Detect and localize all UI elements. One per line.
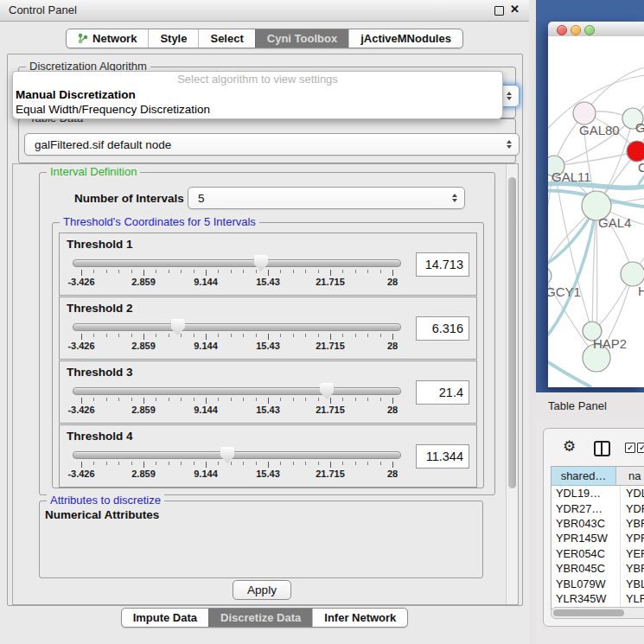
tick-label: 28 xyxy=(387,277,398,287)
threshold-2-label: Threshold 2 xyxy=(67,302,133,315)
tick-label: 15.43 xyxy=(256,341,280,351)
minimize-traffic-icon[interactable] xyxy=(571,25,581,35)
dropdown-option-equal-width[interactable]: Equal Width/Frequency Discretization xyxy=(13,102,502,117)
table-row[interactable]: YPR145WYPR1 xyxy=(552,531,644,545)
table-header-row: shared… na xyxy=(552,467,644,486)
gear-icon[interactable]: ⚙ xyxy=(563,439,576,454)
table-data-combobox[interactable]: galFiltered.sif default node xyxy=(24,133,520,156)
node-label-gcy1: GCY1 xyxy=(548,284,581,299)
checkbox-icon[interactable]: ✓ xyxy=(637,443,644,453)
cell[interactable]: YER054C xyxy=(552,546,621,561)
table-row[interactable]: YER054CYER0 xyxy=(552,546,644,561)
combo-stepper-icon xyxy=(507,92,512,100)
slider-ticks xyxy=(81,446,392,481)
table-row[interactable]: YDR27…YDR2 xyxy=(552,501,644,515)
threshold-4-value-field[interactable] xyxy=(416,444,469,469)
threshold-1-value-field[interactable] xyxy=(416,252,469,277)
tick-label: 28 xyxy=(387,405,398,415)
table-row[interactable]: YLR345WYLR3 xyxy=(552,591,644,606)
node-gcy1[interactable] xyxy=(548,267,552,284)
cell[interactable]: YLR3 xyxy=(621,591,644,606)
threshold-2-panel: Threshold 2 -3.426 2.859 9.144 15.43 21.… xyxy=(59,296,477,360)
tick-label: 28 xyxy=(387,469,398,479)
apply-button[interactable]: Apply xyxy=(233,580,291,600)
tab-cyni-toolbox[interactable]: Cyni Toolbox xyxy=(255,29,348,48)
tab-impute-data[interactable]: Impute Data xyxy=(122,609,208,627)
cell[interactable]: YBR0 xyxy=(621,516,644,531)
table-panel-container: ⚙ ✓ ✓ shared… na YDL19…YDL1 YDR27…YDR2 Y… xyxy=(543,428,644,627)
cell[interactable]: YBL079W xyxy=(552,576,621,590)
network-view-window[interactable]: GAL80 GA C GAL11 GAL4 GCY1 H HAP2 xyxy=(548,22,644,387)
table-data-group: Table Data galFiltered.sif default node xyxy=(18,118,516,163)
close-icon[interactable]: ✕ xyxy=(510,3,520,16)
tab-select[interactable]: Select xyxy=(198,29,254,48)
tick-label: 2.859 xyxy=(131,277,156,287)
table-row[interactable]: YBR045CYBR0 xyxy=(552,561,644,576)
tab-jactivemnodules[interactable]: jActiveMNodules xyxy=(348,29,462,48)
settings-scrollbar-thumb[interactable] xyxy=(508,177,516,488)
tab-impute-data-label: Impute Data xyxy=(133,611,197,624)
network-graph: GAL80 GA C GAL11 GAL4 GCY1 H HAP2 xyxy=(548,36,644,387)
cell[interactable]: YDL19… xyxy=(552,486,621,501)
cell[interactable]: YDR27… xyxy=(552,501,621,515)
column-header-shared-name[interactable]: shared… xyxy=(552,467,616,486)
cell[interactable]: YPR145W xyxy=(552,531,621,545)
table-row[interactable]: YBL079WYBL0 xyxy=(552,576,644,590)
cell[interactable]: YBR043C xyxy=(552,516,621,531)
column-header-name[interactable]: na xyxy=(616,467,644,486)
slider-ticks xyxy=(81,382,392,417)
cell[interactable]: YDR2 xyxy=(621,501,644,515)
tick-label: 9.144 xyxy=(194,469,218,479)
dropdown-option-manual-discretization[interactable]: Manual Discretization xyxy=(13,87,502,102)
checkbox-icon[interactable]: ✓ xyxy=(625,443,635,453)
tab-discretize-data[interactable]: Discretize Data xyxy=(208,609,312,627)
node-label-partial-ga: GA xyxy=(635,120,644,135)
node-h[interactable] xyxy=(621,262,644,286)
threshold-3-panel: Threshold 3 -3.426 2.859 9.144 15.43 21.… xyxy=(59,360,477,424)
threshold-3-slider[interactable]: -3.426 2.859 9.144 15.43 21.715 28 xyxy=(77,382,397,417)
thresholds-group-label: Threshold's Coordinates for 5 Intervals xyxy=(60,215,259,228)
table-horizontal-scrollbar[interactable] xyxy=(551,607,644,619)
threshold-3-value-field[interactable] xyxy=(416,380,469,405)
network-window-titlebar[interactable] xyxy=(548,22,644,37)
cell[interactable]: YBR0 xyxy=(621,561,644,576)
network-canvas[interactable]: GAL80 GA C GAL11 GAL4 GCY1 H HAP2 xyxy=(548,36,644,387)
cell[interactable]: YER0 xyxy=(621,546,644,561)
panel-title: Control Panel xyxy=(9,3,77,16)
settings-scrollbar[interactable] xyxy=(506,164,518,604)
threshold-1-slider[interactable]: -3.426 2.859 9.144 15.43 21.715 28 xyxy=(77,254,397,289)
cell[interactable]: YDL1 xyxy=(621,486,644,501)
threshold-2-slider[interactable]: -3.426 2.859 9.144 15.43 21.715 28 xyxy=(77,318,397,353)
dropdown-prompt-item[interactable]: Select algorithm to view settings xyxy=(13,72,502,87)
float-panel-icon[interactable] xyxy=(494,6,504,16)
cell[interactable]: YBR045C xyxy=(552,561,621,576)
combo-stepper-icon xyxy=(507,140,512,149)
settings-scroll-viewport: Interval Definition Number of Intervals … xyxy=(12,163,519,605)
threshold-2-value-field[interactable] xyxy=(416,316,469,341)
table-data-value: galFiltered.sif default node xyxy=(35,138,171,151)
node-gal80[interactable] xyxy=(573,102,596,124)
cell[interactable]: YBL0 xyxy=(621,576,644,590)
table-horizontal-scrollbar-thumb[interactable] xyxy=(553,609,624,616)
threshold-4-slider[interactable]: -3.426 2.859 9.144 15.43 21.715 28 xyxy=(77,446,397,481)
zoom-traffic-icon[interactable] xyxy=(584,25,595,35)
node-label-gal80: GAL80 xyxy=(579,123,620,137)
cell[interactable]: YPR1 xyxy=(621,531,644,545)
slider-ticks xyxy=(81,254,392,289)
tick-label: 21.715 xyxy=(316,341,345,351)
table-row[interactable]: YDL19…YDL1 xyxy=(552,486,644,501)
node-red-selected[interactable] xyxy=(627,141,644,162)
threshold-4-panel: Threshold 4 -3.426 2.859 9.144 15.43 21.… xyxy=(59,424,477,488)
tick-label: 2.859 xyxy=(131,405,156,415)
tick-label: 15.43 xyxy=(256,405,280,415)
tab-style-label: Style xyxy=(160,32,187,45)
cell[interactable]: YLR345W xyxy=(552,591,621,606)
tab-style[interactable]: Style xyxy=(148,29,198,48)
tab-infer-network[interactable]: Infer Network xyxy=(312,609,407,627)
table-row[interactable]: YBR043CYBR0 xyxy=(552,516,644,531)
number-of-intervals-combobox[interactable]: 5 xyxy=(188,187,465,209)
network-icon xyxy=(78,33,88,44)
close-traffic-icon[interactable] xyxy=(557,25,567,35)
tab-network[interactable]: Network xyxy=(67,29,148,48)
split-panel-icon[interactable] xyxy=(594,441,610,456)
